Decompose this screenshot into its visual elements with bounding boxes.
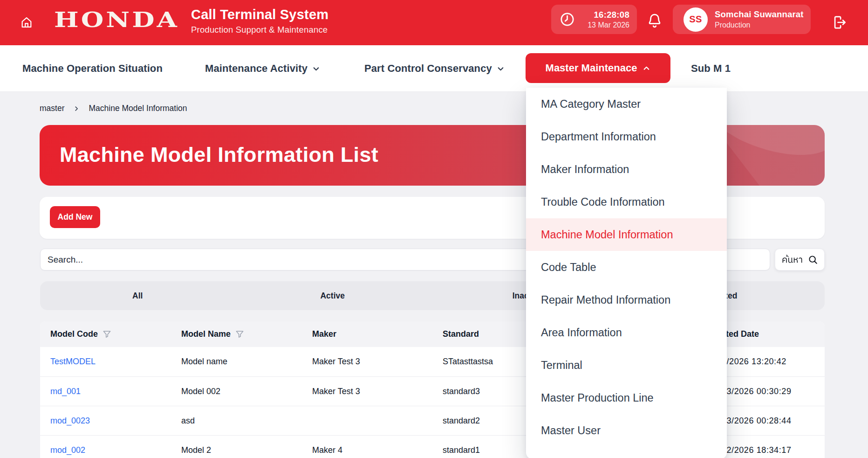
standard-cell: standard3 (443, 377, 480, 406)
tab-active[interactable]: Active (235, 281, 431, 310)
menu-item-maker-information[interactable]: Maker Information (526, 153, 727, 186)
add-new-button[interactable]: Add New (50, 206, 100, 228)
column-header-standard: Standard (443, 321, 479, 347)
user-texts: Somchai Suwannarat Production (715, 9, 804, 29)
user-role: Production (715, 21, 804, 29)
app-title-block: Call Terminal System Production Support … (191, 6, 328, 35)
home-icon (20, 15, 33, 29)
nav-item-label: Part Control Conservancy (364, 62, 492, 75)
clock-texts: 16:28:08 13 Mar 2026 (581, 10, 629, 29)
breadcrumb-item-master[interactable]: master (40, 104, 64, 113)
bell-icon (647, 12, 663, 30)
model-code-link[interactable]: mod_002 (50, 436, 85, 458)
navbar: Machine Operation Situation Maintenance … (0, 45, 868, 92)
menu-item-master-user[interactable]: Master User (526, 414, 727, 447)
avatar: SS (683, 7, 708, 32)
column-header-label: Maker (312, 329, 336, 339)
home-button[interactable] (18, 13, 35, 32)
tab-all[interactable]: All (40, 281, 235, 310)
menu-item-trouble-code-information[interactable]: Trouble Code Information (526, 186, 727, 218)
column-header-label: Standard (443, 329, 479, 339)
nav-item-maintenance-activity[interactable]: Maintenance Activity (205, 45, 320, 92)
nav-item-machine-operation-situation[interactable]: Machine Operation Situation (22, 45, 163, 92)
nav-item-label: Machine Operation Situation (22, 62, 163, 75)
column-header-model-name: Model Name (181, 321, 244, 347)
maker-cell: Maker Test 3 (312, 377, 360, 406)
nav-item-sub-m-1[interactable]: Sub M 1 (691, 45, 731, 92)
page-title: Machine Model Information List (60, 143, 378, 167)
model-name-cell: Model name (181, 347, 227, 376)
user-chip[interactable]: SS Somchai Suwannarat Production (673, 5, 811, 34)
notifications-button[interactable] (647, 12, 663, 30)
column-header-label: Model Name (181, 329, 231, 339)
logout-button[interactable] (832, 13, 850, 32)
breadcrumb-item-current: Machine Model Information (89, 104, 187, 113)
menu-item-repair-method-information[interactable]: Repair Method Information (526, 284, 727, 316)
menu-item-master-production-line[interactable]: Master Production Line (526, 382, 727, 414)
clock-date: 13 Mar 2026 (581, 21, 629, 29)
filter-icon[interactable] (235, 330, 244, 339)
master-maintenance-dropdown: MA Category Master Department Informatio… (526, 88, 727, 458)
search-button[interactable]: ค้นหา (775, 249, 825, 271)
standard-cell: standard2 (443, 406, 480, 435)
app-title: Call Terminal System (191, 6, 328, 23)
model-name-cell: asd (181, 406, 195, 435)
app: HONDA Call Terminal System Production Su… (0, 0, 868, 458)
model-code-link[interactable]: mod_0023 (50, 406, 90, 435)
nav-item-master-maintenace[interactable]: Master Maintenace (526, 53, 670, 83)
nav-item-label: Master Maintenace (546, 62, 637, 74)
menu-item-terminal[interactable]: Terminal (526, 349, 727, 382)
menu-item-area-information[interactable]: Area Information (526, 316, 727, 349)
chevron-right-icon (73, 105, 80, 112)
menu-item-machine-model-information[interactable]: Machine Model Information (526, 218, 727, 251)
menu-item-department-information[interactable]: Department Information (526, 120, 727, 153)
column-header-model-code: Model Code (50, 321, 111, 347)
search-button-thai-text (782, 254, 803, 265)
standard-cell: standard1 (443, 436, 480, 458)
standard-cell: STatasttastsa (443, 347, 493, 376)
clock-icon (560, 12, 575, 27)
logout-icon (832, 14, 850, 30)
model-name-cell: Model 002 (181, 377, 220, 406)
header: HONDA Call Terminal System Production Su… (0, 0, 868, 45)
nav-item-label: Maintenance Activity (205, 62, 308, 75)
menu-item-ma-category-master[interactable]: MA Category Master (526, 88, 727, 120)
model-code-link[interactable]: TestMODEL (50, 347, 96, 376)
clock-time: 16:28:08 (581, 10, 629, 20)
nav-item-label: Sub M 1 (691, 62, 731, 75)
model-code-link[interactable]: md_001 (50, 377, 81, 406)
chevron-up-icon (642, 64, 650, 72)
honda-logo: HONDA (54, 9, 179, 30)
app-subtitle: Production Support & Maintenance (191, 25, 328, 35)
column-header-label: Model Code (50, 329, 98, 339)
maker-cell: Maker 4 (312, 436, 342, 458)
model-name-cell: Model 2 (181, 436, 211, 458)
nav-item-part-control-conservancy[interactable]: Part Control Conservancy (364, 45, 505, 92)
user-name: Somchai Suwannarat (715, 9, 804, 20)
column-header-maker: Maker (312, 321, 336, 347)
clock-widget: 16:28:08 13 Mar 2026 (551, 5, 637, 34)
breadcrumb: master Machine Model Information (40, 104, 187, 113)
search-icon (808, 255, 818, 265)
chevron-down-icon (497, 65, 505, 73)
menu-item-code-table[interactable]: Code Table (526, 251, 727, 284)
filter-icon[interactable] (103, 330, 111, 339)
maker-cell: Maker Test 3 (312, 347, 360, 376)
chevron-down-icon (312, 65, 320, 73)
